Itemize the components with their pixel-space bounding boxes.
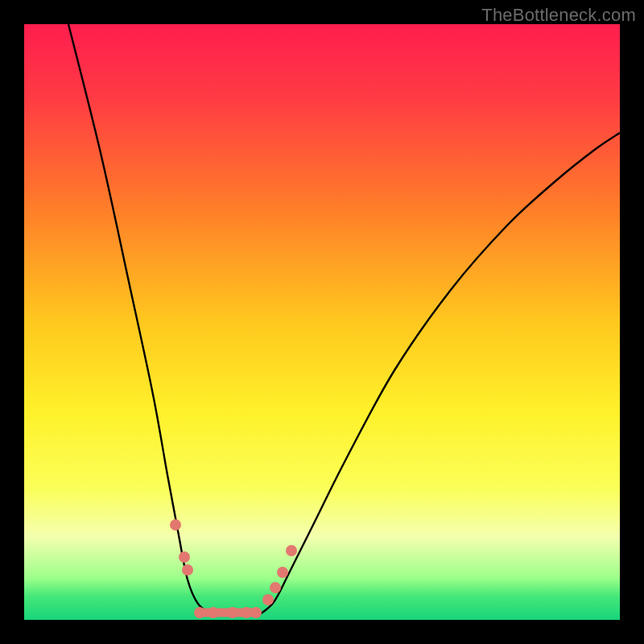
curve-markers (170, 519, 297, 618)
curve-marker (241, 607, 252, 618)
curve-marker (227, 607, 238, 618)
curve-marker (250, 607, 262, 618)
curve-marker (208, 607, 219, 618)
curve-right-branch (258, 133, 620, 616)
curve-marker (262, 594, 274, 605)
curve-marker (277, 567, 288, 578)
curve-marker (194, 607, 205, 618)
curve-marker (179, 551, 190, 563)
curve-marker (286, 545, 297, 556)
curve-marker (270, 582, 281, 593)
plot-area (24, 24, 620, 620)
outer-frame: TheBottleneck.com (0, 0, 644, 644)
curve-marker (170, 519, 181, 530)
watermark-text: TheBottleneck.com (481, 5, 636, 26)
chart-svg (24, 24, 620, 620)
curve-left-branch (68, 24, 213, 616)
curve-marker (182, 564, 193, 576)
